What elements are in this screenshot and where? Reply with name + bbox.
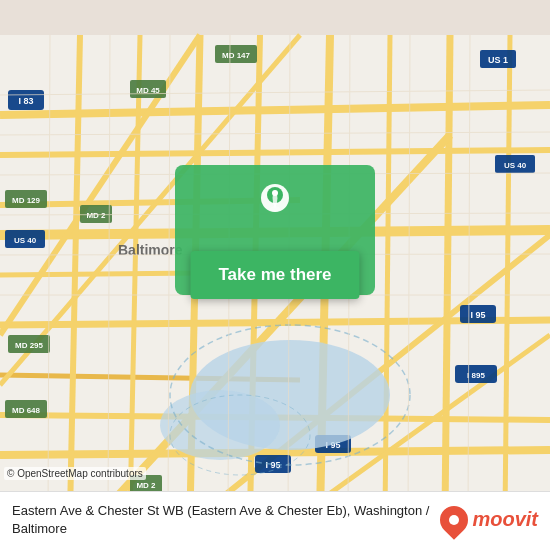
moovit-logo-icon [435,500,475,540]
svg-text:US 40: US 40 [504,161,527,170]
svg-text:MD 295: MD 295 [15,341,44,350]
moovit-logo-text: moovit [472,508,538,531]
svg-text:MD 2: MD 2 [86,211,106,220]
info-bar: Eastern Ave & Chester St WB (Eastern Ave… [0,491,550,550]
svg-text:I 95: I 95 [470,310,485,320]
map-container: I 83 MD 147 US 1 MD 45 MD 129 MD 2 US 40… [0,0,550,550]
svg-text:US 1: US 1 [488,55,508,65]
svg-point-76 [272,190,278,196]
moovit-logo: moovit [440,506,538,534]
svg-point-55 [160,390,280,460]
svg-text:I 83: I 83 [18,96,33,106]
svg-text:Baltimore: Baltimore [118,242,183,258]
svg-text:US 40: US 40 [14,236,37,245]
svg-line-16 [445,35,450,515]
location-info-text: Eastern Ave & Chester St WB (Eastern Ave… [12,502,430,538]
take-me-there-button[interactable]: Take me there [190,251,359,299]
map-attribution: © OpenStreetMap contributors [4,467,146,480]
svg-text:MD 2: MD 2 [136,481,156,490]
svg-text:MD 147: MD 147 [222,51,251,60]
svg-text:I 895: I 895 [467,371,485,380]
svg-text:MD 648: MD 648 [12,406,41,415]
svg-line-5 [0,273,200,275]
svg-text:MD 129: MD 129 [12,196,41,205]
